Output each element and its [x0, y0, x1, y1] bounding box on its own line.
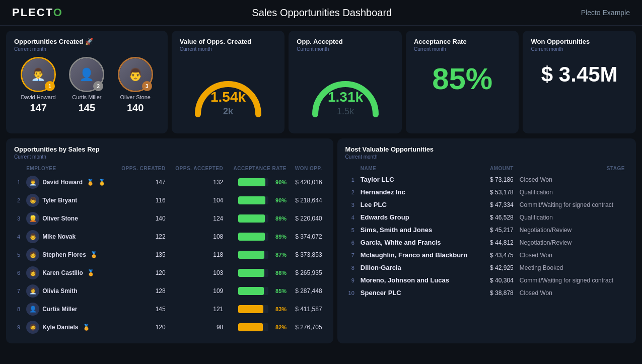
rep-2-name: Curtis Miller: [72, 94, 101, 100]
won-opp-subtitle: Current month: [531, 46, 628, 52]
emp-name: David Howard: [42, 179, 83, 186]
col-employee: EMPLOYEE: [23, 164, 115, 173]
acceptance-rate-val: 90%: [226, 173, 290, 191]
emp-avatar: 👨‍💼: [26, 176, 39, 189]
table-row: 3 👱 Oliver Stone 140 124 89% $ 220,040: [14, 209, 325, 228]
won-opp-value: $ 3.45M: [531, 57, 628, 92]
badge-icon: 🏅: [83, 324, 90, 331]
acceptance-rate-val: 89%: [226, 228, 290, 246]
opp-amount: $ 47,334: [483, 198, 517, 211]
row-rank: 3: [14, 209, 23, 228]
won-opp-val: $ 218,644: [290, 191, 325, 209]
col-amount: AMOUNT: [483, 164, 517, 173]
opp-accepted-subtitle: Current month: [297, 46, 394, 52]
list-item: 9 Moreno, Johnson and Lucas $ 40,304 Com…: [345, 274, 628, 286]
opp-name: Garcia, White and Francis: [358, 236, 483, 249]
opps-accepted-val: 109: [169, 282, 227, 300]
won-opp-val: $ 276,705: [290, 318, 325, 336]
row-rank: 1: [14, 173, 23, 191]
won-opp-val: $ 265,935: [290, 264, 325, 282]
opps-accepted-val: 103: [169, 264, 227, 282]
sales-table-title: Opportunities by Sales Rep: [14, 145, 325, 153]
rep-1-rank-badge: 1: [45, 81, 55, 91]
opp-stage: Closed Won: [517, 173, 628, 186]
opp-accepted-card: Opp. Accepted Current month 1.31k 1.5k: [289, 31, 402, 133]
rep-3-rank-badge: 3: [142, 81, 152, 91]
rep-3-count: 140: [127, 102, 144, 114]
acceptance-rate-val: 87%: [226, 246, 290, 264]
opps-created-val: 120: [115, 318, 168, 336]
opps-created-val: 122: [115, 228, 168, 246]
svg-text:1.31k: 1.31k: [328, 89, 363, 105]
opps-table-title: Most Valuable Opportunities: [345, 145, 628, 153]
rep-2-rank-badge: 2: [93, 81, 103, 91]
col-opps-created: OPPS. CREATED: [115, 164, 168, 173]
opp-name: Sims, Smith and Jones: [358, 224, 483, 236]
opp-amount: $ 38,878: [483, 286, 517, 299]
emp-avatar: 👨: [26, 230, 39, 243]
acceptance-rate-val: 85%: [226, 282, 290, 300]
opps-created-val: 128: [115, 282, 168, 300]
rep-3-name: Oliver Stone: [120, 94, 151, 100]
employee-cell: 👨 Mike Novak: [23, 228, 115, 246]
opp-accepted-gauge: 1.31k 1.5k: [297, 57, 394, 126]
opp-amount: $ 40,304: [483, 274, 517, 286]
badge-icon: 🏅: [90, 251, 98, 258]
opps-accepted-val: 108: [169, 228, 227, 246]
opps-created-val: 135: [115, 246, 168, 264]
svg-text:1.5k: 1.5k: [337, 106, 354, 116]
opp-amount: $ 44,812: [483, 236, 517, 249]
value-opps-title: Value of Opps. Created: [180, 38, 277, 45]
rep-2-avatar-container: 👤 2: [69, 57, 104, 92]
value-opps-card: Value of Opps. Created Current month 1.5…: [172, 31, 285, 133]
won-opp-val: $ 373,853: [290, 246, 325, 264]
won-opp-card: Won Opportunities Current month $ 3.45M: [523, 31, 636, 133]
opps-accepted-val: 104: [169, 191, 227, 209]
list-item: 1 Taylor LLC $ 73,186 Closed Won: [345, 173, 628, 186]
badge-icon: 🏅: [87, 269, 95, 276]
rep-1-block: 👨‍💼 1 David Howard 147: [21, 57, 56, 114]
svg-text:1.54k: 1.54k: [210, 89, 246, 105]
opp-created-title: Opportunities Created 🚀: [14, 38, 160, 45]
won-opp-big: $ 3.45M: [541, 59, 618, 90]
header: PLECTO Sales Opportunities Dashboard Ple…: [0, 0, 642, 26]
opp-name: Dillon-Garcia: [358, 261, 483, 274]
opp-stage: Commit/Waiting for signed contract: [517, 198, 628, 211]
emp-avatar: 👩: [26, 266, 39, 279]
opps-accepted-val: 118: [169, 246, 227, 264]
list-item: 3 Lee PLC $ 47,334 Commit/Waiting for si…: [345, 198, 628, 211]
employee-cell: 👩‍💼 Olivia Smith: [23, 282, 115, 300]
list-item: 2 Hernandez Inc $ 53,178 Qualification: [345, 186, 628, 198]
opps-table-subtitle: Current month: [345, 154, 628, 160]
employee-cell: 🧔 Kyle Daniels 🏅: [23, 318, 115, 336]
employee-cell: 👱 Oliver Stone: [23, 209, 115, 228]
opps-created-val: 145: [115, 300, 168, 318]
row-rank: 9: [14, 318, 23, 336]
table-row: 9 🧔 Kyle Daniels 🏅 120 98 82% $ 276,705: [14, 318, 325, 336]
opps-table-card: Most Valuable Opportunities Current mont…: [337, 138, 636, 343]
table-row: 6 👩 Karen Castillo 🏅 120 103 86% $ 265,9…: [14, 264, 325, 282]
rep-3-block: 👨 3 Oliver Stone 140: [118, 57, 153, 114]
employee-cell: 🧑 Stephen Flores 🏅: [23, 246, 115, 264]
acceptance-rate-val: 83%: [226, 300, 290, 318]
opps-accepted-val: 124: [169, 209, 227, 228]
opps-created-val: 140: [115, 209, 168, 228]
rep-1-avatar-container: 👨‍💼 1: [21, 57, 56, 92]
value-opps-gauge: 1.54k 2k: [180, 57, 277, 126]
opp-rank: 3: [345, 198, 358, 211]
opp-rank: 9: [345, 274, 358, 286]
opp-rank: 6: [345, 236, 358, 249]
opp-name: Taylor LLC: [358, 173, 483, 186]
opp-rank: 7: [345, 249, 358, 261]
page-title: Sales Opportunities Dashboard: [252, 7, 392, 19]
badge-icon: 🏅: [87, 179, 94, 186]
table-row: 5 🧑 Stephen Flores 🏅 135 118 87% $ 373,8…: [14, 246, 325, 264]
opp-created-subtitle: Current month: [14, 46, 160, 52]
opps-created-val: 116: [115, 191, 168, 209]
acceptance-rate-val: 82%: [226, 318, 290, 336]
most-valuable-table: NAME AMOUNT STAGE 1 Taylor LLC $ 73,186 …: [345, 164, 628, 299]
opp-stage: Closed Won: [517, 249, 628, 261]
employee-cell: 👤 Curtis Miller: [23, 300, 115, 318]
table-row: 1 👨‍💼 David Howard 🏅🥇 147 132 90% $ 420,…: [14, 173, 325, 191]
badge-icon: 🥇: [98, 179, 106, 186]
